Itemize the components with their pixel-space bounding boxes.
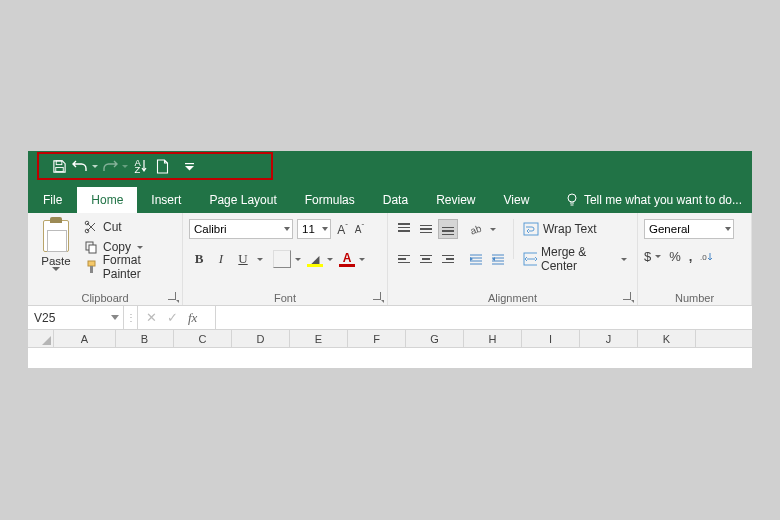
redo-dropdown[interactable] — [120, 165, 130, 168]
align-center-button[interactable] — [416, 249, 436, 269]
formula-bar-spacer: ⋮ — [124, 306, 138, 329]
enter-icon[interactable]: ✓ — [167, 310, 178, 325]
comma-style-button[interactable]: , — [689, 249, 693, 264]
wrap-text-icon — [523, 222, 539, 236]
tab-formulas[interactable]: Formulas — [291, 187, 369, 213]
tell-me-search[interactable]: Tell me what you want to do... — [556, 187, 752, 213]
percent-button[interactable]: % — [669, 249, 681, 264]
column-header-row: A B C D E F G H I J K — [28, 330, 752, 348]
undo-icon[interactable] — [70, 155, 90, 177]
format-painter-button[interactable]: Format Painter — [83, 257, 183, 277]
title-bar: AZ — [28, 151, 752, 187]
increase-indent-button[interactable] — [488, 249, 508, 269]
align-left-button[interactable] — [394, 249, 414, 269]
decrease-indent-button[interactable] — [466, 249, 486, 269]
scissors-icon — [83, 219, 99, 235]
wrap-text-button[interactable]: Wrap Text — [519, 219, 631, 239]
col-header-c[interactable]: C — [174, 330, 232, 347]
paste-icon — [43, 220, 69, 252]
merge-center-label: Merge & Center — [541, 245, 615, 273]
paintbrush-icon — [83, 259, 99, 275]
svg-point-3 — [568, 194, 576, 202]
grow-font-button[interactable]: Aˆ — [335, 222, 350, 237]
fill-color-dropdown[interactable] — [327, 258, 333, 261]
group-number: General $ % , .0 Number — [638, 213, 752, 305]
new-file-icon[interactable] — [152, 155, 172, 177]
tab-review[interactable]: Review — [422, 187, 489, 213]
font-dialog-launcher[interactable] — [373, 292, 383, 302]
tab-insert[interactable]: Insert — [137, 187, 195, 213]
formula-bar: V25 ⋮ ✕ ✓ fx — [28, 306, 752, 330]
cell-reference: V25 — [34, 311, 55, 325]
paste-button[interactable]: Paste — [33, 218, 79, 288]
col-header-e[interactable]: E — [290, 330, 348, 347]
col-header-d[interactable]: D — [232, 330, 290, 347]
col-header-a[interactable]: A — [54, 330, 116, 347]
alignment-dialog-launcher[interactable] — [623, 292, 633, 302]
border-dropdown[interactable] — [295, 258, 301, 261]
formula-input[interactable] — [216, 306, 752, 329]
format-painter-label: Format Painter — [103, 253, 181, 281]
select-all-button[interactable] — [28, 330, 54, 347]
redo-icon[interactable] — [100, 155, 120, 177]
font-color-dropdown[interactable] — [359, 258, 365, 261]
copy-icon — [83, 239, 99, 255]
number-format-combo[interactable]: General — [644, 219, 734, 239]
svg-text:.0: .0 — [700, 253, 707, 262]
fill-color-button[interactable]: ◢ — [307, 251, 323, 267]
tab-file[interactable]: File — [28, 187, 77, 213]
col-header-g[interactable]: G — [406, 330, 464, 347]
caret-down-icon: ˇ — [362, 222, 365, 231]
name-box-dropdown[interactable] — [111, 315, 119, 320]
border-button[interactable] — [273, 250, 291, 268]
name-box[interactable]: V25 — [28, 306, 124, 329]
font-size-value: 11 — [302, 223, 315, 235]
align-top-button[interactable] — [394, 219, 414, 239]
group-clipboard: Paste Cut Copy Format Painter Clipbo — [28, 213, 183, 305]
copy-label: Copy — [103, 240, 131, 254]
align-bottom-button[interactable] — [438, 219, 458, 239]
increase-decimal-button[interactable]: .0 — [700, 251, 716, 263]
clipboard-dialog-launcher[interactable] — [168, 292, 178, 302]
font-name-combo[interactable]: Calibri — [189, 219, 293, 239]
col-header-b[interactable]: B — [116, 330, 174, 347]
col-header-k[interactable]: K — [638, 330, 696, 347]
undo-dropdown[interactable] — [90, 165, 100, 168]
align-right-button[interactable] — [438, 249, 458, 269]
merge-dropdown[interactable] — [621, 258, 627, 261]
font-color-button[interactable]: A — [339, 251, 355, 267]
tab-home[interactable]: Home — [77, 187, 137, 213]
paste-dropdown[interactable] — [52, 267, 60, 271]
quick-access-toolbar: AZ — [48, 155, 200, 177]
bold-button[interactable]: B — [189, 249, 209, 269]
sort-icon[interactable]: AZ — [130, 155, 152, 177]
orientation-dropdown[interactable] — [490, 228, 496, 231]
tab-page-layout[interactable]: Page Layout — [195, 187, 290, 213]
group-label-alignment: Alignment — [388, 292, 637, 304]
copy-dropdown[interactable] — [137, 246, 143, 249]
underline-button[interactable]: U — [233, 249, 253, 269]
shrink-font-button[interactable]: Aˇ — [352, 222, 367, 237]
merge-center-button[interactable]: Merge & Center — [519, 249, 631, 269]
align-middle-button[interactable] — [416, 219, 436, 239]
tab-view[interactable]: View — [490, 187, 544, 213]
tab-data[interactable]: Data — [369, 187, 422, 213]
col-header-h[interactable]: H — [464, 330, 522, 347]
tell-me-placeholder: Tell me what you want to do... — [584, 193, 742, 207]
currency-button[interactable]: $ — [644, 249, 661, 264]
font-size-combo[interactable]: 11 — [297, 219, 331, 239]
cancel-icon[interactable]: ✕ — [146, 310, 157, 325]
cut-label: Cut — [103, 220, 122, 234]
svg-rect-1 — [55, 167, 63, 171]
customize-qat-dropdown[interactable] — [178, 155, 200, 177]
save-icon[interactable] — [48, 155, 70, 177]
cut-button[interactable]: Cut — [83, 217, 183, 237]
italic-button[interactable]: I — [211, 249, 231, 269]
underline-dropdown[interactable] — [257, 258, 263, 261]
col-header-j[interactable]: J — [580, 330, 638, 347]
col-header-i[interactable]: I — [522, 330, 580, 347]
orientation-button[interactable]: ab — [466, 219, 486, 239]
paste-label: Paste — [33, 255, 79, 267]
col-header-f[interactable]: F — [348, 330, 406, 347]
fx-icon[interactable]: fx — [188, 310, 197, 326]
